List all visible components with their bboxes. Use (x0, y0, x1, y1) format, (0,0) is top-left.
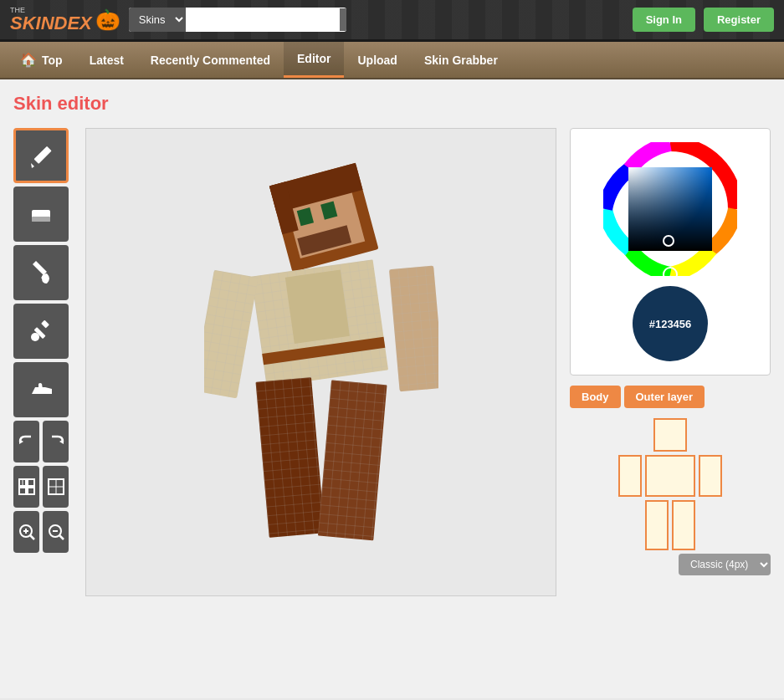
home-icon: 🏠 (20, 52, 37, 68)
nav-label-latest: Latest (90, 54, 124, 67)
redo-icon (47, 432, 65, 451)
skin-part-left-arm[interactable] (618, 455, 642, 497)
logo-pumpkin-icon: 🎃 (95, 8, 120, 32)
search-input[interactable] (186, 8, 340, 31)
nav-item-recently-commented[interactable]: Recently Commented (137, 43, 284, 77)
skin-map-body-row (618, 455, 722, 497)
svg-rect-35 (284, 269, 349, 343)
tools-panel (13, 128, 72, 596)
eyedropper-icon (28, 319, 54, 344)
svg-rect-0 (34, 146, 52, 164)
svg-line-21 (30, 535, 34, 539)
search-button[interactable]: 🔍 (340, 8, 346, 31)
skin-map: Classic (4px) (570, 418, 771, 575)
undo-icon (18, 432, 36, 451)
skin-part-body[interactable] (645, 455, 695, 497)
svg-rect-12 (19, 488, 26, 494)
nav-label-top: Top (42, 54, 63, 67)
grid-off-icon (47, 478, 65, 496)
eyedropper-tool-button[interactable] (13, 304, 69, 359)
svg-marker-1 (31, 163, 34, 168)
svg-line-24 (59, 535, 64, 539)
outer-layer-tab[interactable]: Outer layer (624, 386, 705, 408)
nav-label-editor: Editor (297, 52, 331, 65)
nav-item-upload[interactable]: Upload (344, 43, 410, 77)
color-wheel-svg[interactable] (603, 142, 737, 276)
color-picker-panel: #123456 (570, 128, 771, 376)
grid-on-button[interactable] (13, 466, 39, 508)
pencil-tool-button[interactable] (13, 128, 69, 183)
svg-rect-47 (628, 167, 712, 251)
logo: THE SKINDEX 🎃 (10, 7, 120, 33)
color-hex-value: #123456 (649, 318, 692, 330)
skin-part-right-leg[interactable] (672, 500, 695, 550)
classic-dropdown[interactable]: Classic (4px) (679, 554, 771, 575)
nav-label-upload: Upload (357, 54, 397, 67)
skin-canvas[interactable] (85, 128, 556, 596)
search-bar: Skins 🔍 (129, 8, 346, 32)
signin-button[interactable]: Sign In (633, 8, 695, 32)
layer-tabs: Body Outer layer (570, 386, 771, 408)
skin-map-head-row (653, 418, 687, 452)
eraser-tool-button[interactable] (13, 186, 69, 242)
page-title: Skin editor (13, 93, 771, 115)
color-wheel[interactable] (603, 142, 737, 276)
body-layer-tab[interactable]: Body (570, 386, 621, 408)
nav-item-latest[interactable]: Latest (76, 43, 137, 77)
nav-item-skin-grabber[interactable]: Skin Grabber (411, 43, 511, 77)
zoom-in-icon (18, 523, 36, 541)
register-button[interactable]: Register (704, 8, 774, 32)
skin-part-left-leg[interactable] (645, 500, 669, 550)
move-icon (28, 377, 54, 402)
move-tool-button[interactable] (13, 362, 69, 417)
skin-map-legs-row (645, 500, 695, 550)
logo-skindex: SKINDEX (10, 13, 92, 33)
editor-area: #123456 Body Outer layer (13, 128, 771, 596)
zoom-row (13, 511, 72, 553)
right-panel: #123456 Body Outer layer (570, 128, 771, 596)
nav-item-editor[interactable]: Editor (284, 42, 344, 78)
fill-tool-button[interactable] (13, 245, 69, 300)
zoom-in-button[interactable] (13, 511, 39, 553)
svg-rect-3 (32, 217, 50, 222)
svg-rect-37 (204, 270, 259, 399)
undo-redo-row (13, 421, 72, 462)
zoom-out-icon (47, 523, 65, 541)
grid-off-button[interactable] (43, 466, 69, 508)
nav-label-recently-commented: Recently Commented (151, 54, 270, 67)
svg-rect-7 (41, 320, 49, 329)
main-content: Skin editor (0, 79, 784, 698)
color-hex-display[interactable]: #123456 (633, 286, 708, 361)
svg-rect-41 (255, 377, 325, 538)
skin-part-head[interactable] (653, 418, 687, 452)
skin-part-right-arm[interactable] (699, 455, 722, 497)
nav-item-top[interactable]: 🏠 Top (7, 42, 76, 78)
nav-label-skin-grabber: Skin Grabber (424, 54, 498, 67)
pencil-icon (28, 143, 54, 168)
svg-rect-39 (388, 266, 438, 392)
search-category-dropdown[interactable]: Skins (129, 8, 186, 32)
undo-button[interactable] (13, 421, 39, 462)
navigation: 🏠 Top Latest Recently Commented Editor U… (0, 42, 784, 79)
svg-rect-43 (317, 381, 387, 541)
grid-row (13, 466, 72, 508)
svg-rect-11 (28, 479, 34, 486)
zoom-out-button[interactable] (43, 511, 69, 553)
grid-on-icon (18, 478, 36, 496)
minecraft-skin-preview (204, 161, 438, 563)
svg-rect-13 (28, 488, 34, 494)
header: THE SKINDEX 🎃 Skins 🔍 Sign In Register (0, 0, 784, 42)
eraser-icon (28, 202, 54, 227)
fill-icon (28, 260, 54, 285)
redo-button[interactable] (43, 421, 69, 462)
